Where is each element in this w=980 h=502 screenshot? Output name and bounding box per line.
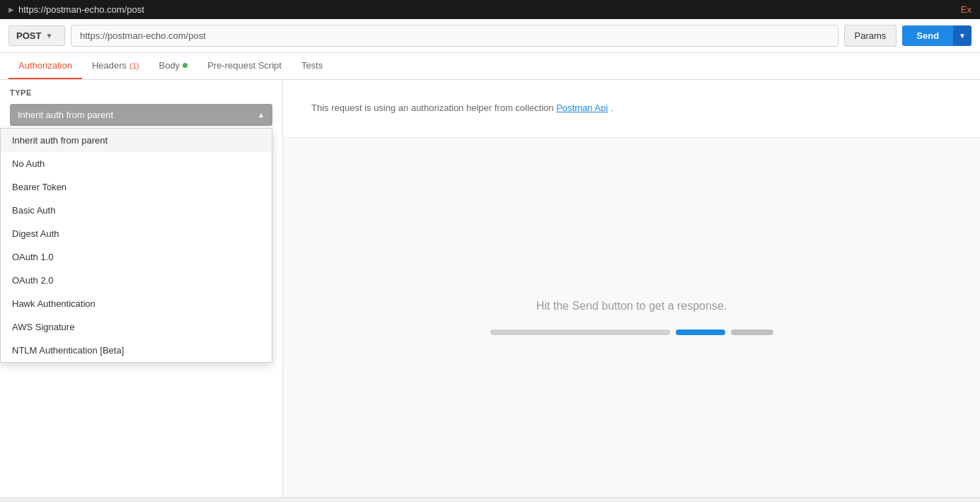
expand-icon: ▶ <box>8 6 14 13</box>
method-select[interactable]: POST ▼ <box>8 25 65 46</box>
main-content: TYPE Inherit auth from parent ▲ Inherit … <box>0 80 980 497</box>
left-panel: TYPE Inherit auth from parent ▲ Inherit … <box>0 80 283 497</box>
auth-helper-period: . <box>611 103 613 113</box>
auth-type-selected: Inherit auth from parent <box>18 110 113 120</box>
dropdown-item-ntlm[interactable]: NTLM Authentication [Beta] <box>1 339 272 362</box>
auth-type-dropdown[interactable]: Inherit auth from parent ▲ <box>10 104 272 126</box>
dropdown-item-oauth2[interactable]: OAuth 2.0 <box>1 269 272 292</box>
url-input[interactable] <box>71 25 838 47</box>
top-bar: ▶ https://postman-echo.com/post Ex <box>0 0 980 19</box>
progress-blue-segment <box>676 329 725 335</box>
tab-prerequest[interactable]: Pre-request Script <box>197 53 292 79</box>
send-button[interactable]: Send <box>902 25 953 46</box>
dropdown-item-digest[interactable]: Digest Auth <box>1 222 272 245</box>
dropdown-item-basic[interactable]: Basic Auth <box>1 199 272 222</box>
dropdown-item-hawk[interactable]: Hawk Authentication <box>1 292 272 315</box>
tab-authorization[interactable]: Authorization <box>8 53 82 79</box>
send-btn-group: Send ▼ <box>902 25 972 46</box>
dropdown-up-arrow-icon: ▲ <box>258 111 265 119</box>
headers-badge: (1) <box>129 62 139 70</box>
right-panel: This request is using an authorization h… <box>283 80 980 497</box>
tab-body[interactable]: Body <box>149 53 197 79</box>
progress-gray-segment <box>731 329 773 335</box>
footer: https://blog.csdn.net/software_test010 <box>0 497 980 502</box>
method-caret-icon: ▼ <box>45 32 52 40</box>
ex-link[interactable]: Ex <box>961 4 972 15</box>
response-placeholder: Hit the Send button to get a response. <box>536 300 727 313</box>
auth-helper-text: This request is using an authorization h… <box>311 103 554 113</box>
auth-helper-message: This request is using an authorization h… <box>283 80 980 138</box>
top-url: https://postman-echo.com/post <box>18 4 144 15</box>
method-label: POST <box>16 30 41 41</box>
dropdown-item-inherit[interactable]: Inherit auth from parent <box>1 129 272 152</box>
progress-bar-area <box>490 329 773 335</box>
dropdown-item-bearer[interactable]: Bearer Token <box>1 175 272 199</box>
body-dot-icon <box>183 63 188 68</box>
tabs-bar: Authorization Headers (1) Body Pre-reque… <box>0 53 980 80</box>
dropdown-item-no-auth[interactable]: No Auth <box>1 152 272 175</box>
params-button[interactable]: Params <box>844 25 897 47</box>
send-dropdown-button[interactable]: ▼ <box>953 25 972 46</box>
response-area: Hit the Send button to get a response. <box>283 138 980 497</box>
url-bar: POST ▼ Params Send ▼ <box>0 19 980 53</box>
type-label: TYPE <box>0 80 282 101</box>
dropdown-item-oauth1[interactable]: OAuth 1.0 <box>1 245 272 269</box>
dropdown-item-aws[interactable]: AWS Signature <box>1 315 272 339</box>
tab-tests[interactable]: Tests <box>292 53 333 79</box>
progress-track <box>490 329 670 335</box>
tab-headers[interactable]: Headers (1) <box>82 53 149 79</box>
auth-dropdown-menu: Inherit auth from parent No Auth Bearer … <box>0 128 272 363</box>
collection-link[interactable]: Postman Api <box>556 103 608 113</box>
